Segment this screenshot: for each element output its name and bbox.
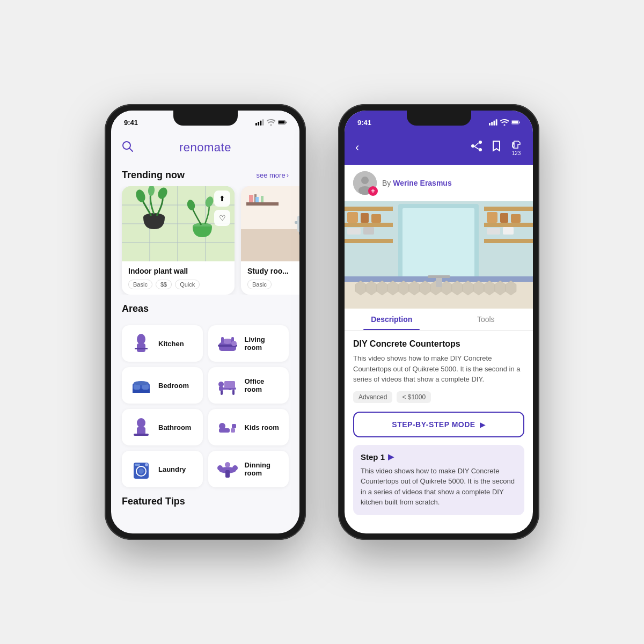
svg-point-57 [137, 418, 145, 428]
kids-label: Kids room [245, 423, 279, 431]
author-bar: By Werine Erasmus [345, 165, 533, 201]
app-header: renomate [111, 134, 299, 161]
svg-point-36 [137, 334, 145, 345]
see-more-button[interactable]: see more › [256, 171, 289, 179]
detail-header-icons: 123 [471, 138, 522, 156]
card-actions: ⬆ ♡ [214, 191, 230, 226]
svg-rect-74 [489, 123, 491, 126]
svg-line-8 [129, 148, 133, 151]
project-description: This video shows how to make DIY Concret… [353, 353, 524, 385]
like-count: 123 [512, 150, 521, 156]
share-button[interactable]: ⬆ [214, 191, 230, 207]
svg-rect-95 [361, 213, 369, 223]
detail-content[interactable]: DIY Concrete Countertops This video show… [345, 331, 533, 533]
svg-rect-27 [249, 195, 253, 202]
svg-rect-56 [219, 386, 223, 391]
areas-header: Areas [111, 295, 299, 320]
svg-rect-76 [493, 121, 495, 126]
svg-rect-54 [229, 388, 231, 390]
area-card-kitchen[interactable]: Kitchen [122, 325, 203, 362]
kitchen-label: Kitchen [158, 340, 184, 348]
laundry-label: Laundry [158, 465, 186, 473]
trending-title: Trending now [122, 170, 185, 181]
svg-rect-29 [261, 196, 264, 202]
svg-rect-24 [241, 229, 299, 261]
area-card-living[interactable]: Living room [208, 325, 289, 362]
step-mode-label: STEP-BY-STEP MODE [392, 420, 475, 429]
scene: 9:41 renomate [105, 104, 539, 540]
card-img-plant: ⬆ ♡ [122, 186, 235, 261]
dining-icon [216, 457, 239, 481]
home-scroll[interactable]: Trending now see more › [111, 161, 299, 533]
areas-section: Kitchen [111, 325, 299, 487]
project-title: DIY Concrete Countertops [353, 339, 524, 349]
tab-description[interactable]: Description [345, 309, 439, 330]
phone-detail: 9:41 ‹ [338, 104, 539, 540]
svg-rect-122 [500, 213, 508, 223]
svg-rect-58 [137, 427, 145, 435]
search-icon[interactable] [122, 141, 134, 155]
svg-rect-6 [279, 121, 285, 123]
svg-rect-118 [484, 207, 533, 211]
area-card-dining[interactable]: Dinning room [208, 451, 289, 487]
svg-rect-121 [487, 212, 497, 223]
svg-rect-3 [262, 119, 264, 125]
card-body-1: Indoor plant wall Basic $$ Quick [122, 261, 235, 295]
svg-rect-2 [260, 121, 261, 126]
svg-line-85 [474, 147, 479, 149]
phone-home: 9:41 renomate [105, 104, 306, 540]
svg-point-89 [358, 186, 371, 195]
detail-header: ‹ [345, 134, 533, 165]
detail-tags: Advanced < $1000 [353, 391, 524, 403]
status-bar-1: 9:41 [111, 111, 299, 134]
svg-rect-52 [232, 390, 235, 395]
svg-point-88 [361, 177, 369, 184]
share-icon[interactable] [471, 141, 482, 154]
detail-tag-cost: < $1000 [397, 391, 431, 403]
author-row: By Werine Erasmus [382, 179, 452, 187]
areas-title: Areas [122, 303, 149, 314]
area-card-laundry[interactable]: Laundry [122, 451, 203, 487]
step-mode-button[interactable]: STEP-BY-STEP MODE ▶ [353, 412, 524, 437]
svg-rect-98 [363, 227, 374, 235]
svg-rect-79 [519, 121, 519, 123]
card-img-study [241, 186, 299, 261]
step-play-icon[interactable]: ▶ [388, 452, 394, 461]
living-icon [216, 332, 239, 355]
svg-rect-97 [347, 228, 361, 235]
svg-rect-42 [221, 337, 224, 343]
trending-row: ⬆ ♡ Indoor plant wall Basic $$ Quick [111, 186, 299, 295]
svg-rect-25 [246, 202, 279, 206]
living-label: Living room [245, 335, 282, 352]
svg-rect-33 [297, 216, 299, 232]
area-card-bathroom[interactable]: Bathroom [122, 409, 203, 445]
trending-card-2[interactable]: Study roo... Basic [241, 186, 299, 295]
tag-price: $$ [156, 280, 172, 289]
svg-point-44 [231, 341, 237, 346]
like-button[interactable]: ♡ [214, 210, 230, 226]
trending-card-1[interactable]: ⬆ ♡ Indoor plant wall Basic $$ Quick [122, 186, 235, 295]
svg-point-66 [138, 469, 144, 474]
svg-rect-92 [345, 223, 393, 227]
svg-rect-59 [134, 434, 149, 436]
area-card-kids[interactable]: Kids room [208, 409, 289, 445]
bathroom-label: Bathroom [158, 423, 191, 431]
featured-tips-header: Featured Tips [111, 487, 299, 513]
bookmark-icon[interactable] [492, 140, 501, 155]
dining-label: Dinning room [245, 461, 282, 477]
svg-rect-63 [232, 424, 236, 428]
area-card-office[interactable]: Office room [208, 367, 289, 404]
like-icon-container[interactable]: 123 [510, 138, 522, 156]
bathroom-icon [129, 415, 153, 439]
area-card-bedroom[interactable]: Bedroom [122, 367, 203, 404]
svg-point-71 [217, 465, 223, 471]
tab-tools[interactable]: Tools [439, 309, 533, 330]
svg-rect-67 [135, 464, 140, 466]
svg-rect-70 [225, 470, 230, 478]
trending-header: Trending now see more › [111, 161, 299, 186]
svg-rect-94 [347, 212, 358, 223]
back-button[interactable]: ‹ [355, 141, 359, 155]
svg-rect-91 [345, 207, 393, 211]
detail-hero [345, 201, 533, 309]
app-title: renomate [179, 141, 231, 155]
